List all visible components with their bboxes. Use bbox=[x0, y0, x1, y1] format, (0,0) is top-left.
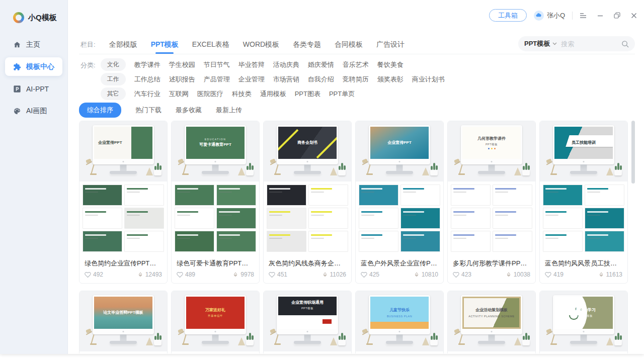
search-icon[interactable] bbox=[621, 40, 629, 48]
sidebar-item-ai-ppt[interactable]: AI-PPT bbox=[5, 79, 62, 98]
template-stats: 49212493 bbox=[79, 268, 167, 283]
slide-thumbnail bbox=[359, 185, 398, 206]
category-link[interactable]: PPT图表 bbox=[295, 89, 320, 99]
heart-icon[interactable] bbox=[269, 272, 275, 278]
monitor-chin-dot bbox=[583, 331, 585, 332]
close-icon[interactable] bbox=[631, 13, 637, 19]
sort-option-0[interactable]: 综合排序 bbox=[79, 103, 121, 118]
category-link[interactable]: 学生校园 bbox=[169, 60, 195, 69]
category-link[interactable]: 汽车行业 bbox=[134, 89, 160, 99]
like-stat[interactable]: 423 bbox=[453, 271, 471, 278]
column-tab-4[interactable]: 各类专题 bbox=[293, 40, 321, 49]
template-card[interactable]: 员工技能培训蓝色简约风风景员工技能培训P...41911613 bbox=[539, 121, 628, 284]
category-link[interactable]: 颁奖表彰 bbox=[377, 75, 404, 84]
like-stat[interactable]: 419 bbox=[545, 271, 564, 278]
minimize-icon[interactable] bbox=[597, 13, 603, 19]
sort-option-1[interactable]: 热门下载 bbox=[135, 106, 162, 115]
template-card[interactable]: 企业宣传PPT绿色简约企业宣传PPT模板49212493 bbox=[79, 121, 168, 284]
category-link[interactable]: 商业计划书 bbox=[412, 75, 445, 84]
category-group-label: 工作 bbox=[101, 73, 126, 85]
slide-preview-collage bbox=[356, 182, 443, 255]
template-card[interactable]: 企业活动策划模板ACTIVITY PLANNING SCHEME bbox=[447, 291, 536, 353]
category-link[interactable]: 企业管理 bbox=[238, 75, 265, 84]
heart-icon[interactable] bbox=[361, 272, 367, 278]
user-account[interactable]: 张小Q bbox=[534, 11, 565, 21]
download-stat: 10810 bbox=[414, 271, 438, 278]
category-link[interactable]: 科技类 bbox=[232, 89, 252, 99]
heart-icon[interactable] bbox=[453, 272, 459, 278]
column-tab-0[interactable]: 全部模版 bbox=[109, 40, 137, 49]
cover-title: 商务企划书 bbox=[297, 140, 317, 145]
template-card[interactable]: 商务企划书灰色简约风线条商务企划书PPT...45111026 bbox=[263, 121, 352, 284]
template-card[interactable]: 企业宣传PPT蓝色户外风景企业宣传PPT模板42510810 bbox=[355, 121, 444, 284]
template-cover: 企业宣传PPT bbox=[79, 121, 167, 182]
search-scope-dropdown[interactable]: PPT模板 bbox=[524, 39, 557, 48]
sidebar-item-template-center[interactable]: 模板中心 bbox=[5, 57, 62, 76]
like-stat[interactable]: 451 bbox=[269, 271, 287, 278]
desk-lamp-icon bbox=[362, 328, 375, 345]
category-link[interactable]: 产品管理 bbox=[204, 75, 230, 84]
template-card[interactable]: 论文毕业答辩PPT模板 bbox=[79, 291, 168, 353]
heart-icon[interactable] bbox=[177, 272, 183, 278]
column-tab-2[interactable]: EXCEL表格 bbox=[192, 40, 229, 49]
menu-icon[interactable] bbox=[580, 13, 587, 19]
like-stat[interactable]: 489 bbox=[177, 271, 195, 278]
cactus-plant-icon bbox=[238, 163, 254, 175]
template-card[interactable]: EDUCATION可爱卡通教育PPT绿色可爱卡通教育PPT模板4899978 bbox=[171, 121, 260, 284]
restore-icon[interactable] bbox=[614, 12, 620, 19]
scrollbar-thumb[interactable] bbox=[631, 121, 635, 184]
monitor-mockup: 儿童节快乐BUSINESS PLAN bbox=[369, 295, 430, 334]
category-link[interactable]: 互联网 bbox=[169, 89, 189, 99]
template-card[interactable]: 企业宣传职场通用PPT模板 bbox=[263, 291, 352, 353]
heart-icon[interactable] bbox=[85, 272, 91, 278]
category-link[interactable]: 医院医疗 bbox=[197, 89, 223, 99]
cover-artwork: 清新简约学习汇报PPT模板 bbox=[554, 297, 613, 329]
desk-lamp-icon bbox=[270, 328, 283, 345]
sidebar-item-home[interactable]: 主页 bbox=[5, 35, 62, 54]
category-link[interactable]: 婚庆爱情 bbox=[308, 60, 334, 69]
slide-thumbnail bbox=[124, 185, 164, 206]
sidebar-item-ai-draw[interactable]: AI画图 bbox=[5, 102, 62, 120]
category-link[interactable]: 餐饮美食 bbox=[377, 60, 404, 69]
category-link[interactable]: 节日节气 bbox=[204, 60, 230, 69]
template-stats: 4899978 bbox=[172, 268, 259, 283]
category-link[interactable]: 通用模板 bbox=[260, 89, 286, 99]
cover-color-dots bbox=[488, 148, 496, 149]
cactus-plant-icon bbox=[146, 163, 162, 175]
download-stat: 11613 bbox=[598, 271, 622, 278]
template-card[interactable]: 几何形教学课件PPT模板多彩几何形教学课件PPT模板42310038 bbox=[447, 121, 536, 284]
cover-title: 万家送好礼 bbox=[205, 308, 225, 313]
category-link[interactable]: 教学课件 bbox=[134, 60, 160, 69]
search-input[interactable] bbox=[561, 40, 617, 48]
template-card[interactable]: 清新简约学习汇报PPT模板 bbox=[539, 291, 628, 353]
category-link[interactable]: 述职报告 bbox=[169, 75, 195, 84]
slide-thumbnail bbox=[83, 208, 122, 229]
cover-title: 可爱卡通教育PPT bbox=[199, 142, 231, 147]
column-tab-1[interactable]: PPT模板 bbox=[151, 40, 179, 49]
category-link[interactable]: 自我介绍 bbox=[308, 75, 334, 84]
heart-icon[interactable] bbox=[545, 272, 551, 278]
like-stat[interactable]: 492 bbox=[85, 271, 103, 278]
slide-thumbnail bbox=[308, 231, 348, 252]
category-link[interactable]: 工作总结 bbox=[134, 75, 160, 84]
monitor-mockup: 清新简约学习汇报PPT模板 bbox=[553, 295, 614, 334]
fire-icon bbox=[598, 272, 604, 278]
category-link[interactable]: 竞聘简历 bbox=[343, 75, 369, 84]
like-stat[interactable]: 425 bbox=[361, 271, 379, 278]
category-link[interactable]: 活动庆典 bbox=[273, 60, 299, 69]
template-card[interactable]: 万家送好礼齐享幸福年 bbox=[171, 291, 260, 353]
category-link[interactable]: 毕业答辩 bbox=[238, 60, 265, 69]
column-tab-6[interactable]: 广告设计 bbox=[376, 40, 405, 49]
category-link[interactable]: 音乐艺术 bbox=[343, 60, 369, 69]
sort-option-2[interactable]: 最多收藏 bbox=[176, 106, 202, 115]
slide-preview-collage bbox=[172, 182, 259, 255]
sort-option-3[interactable]: 最新上传 bbox=[216, 106, 242, 115]
section-divider bbox=[79, 54, 635, 54]
column-tab-3[interactable]: WORD模板 bbox=[243, 40, 279, 49]
column-tab-5[interactable]: 合同模板 bbox=[335, 40, 363, 49]
category-link[interactable]: 市场营销 bbox=[273, 75, 299, 84]
template-card[interactable]: 儿童节快乐BUSINESS PLAN bbox=[355, 291, 444, 353]
toolbox-button[interactable]: 工具箱 bbox=[489, 9, 527, 22]
category-link[interactable]: PPT单页 bbox=[329, 89, 355, 99]
download-count: 11613 bbox=[606, 271, 622, 278]
